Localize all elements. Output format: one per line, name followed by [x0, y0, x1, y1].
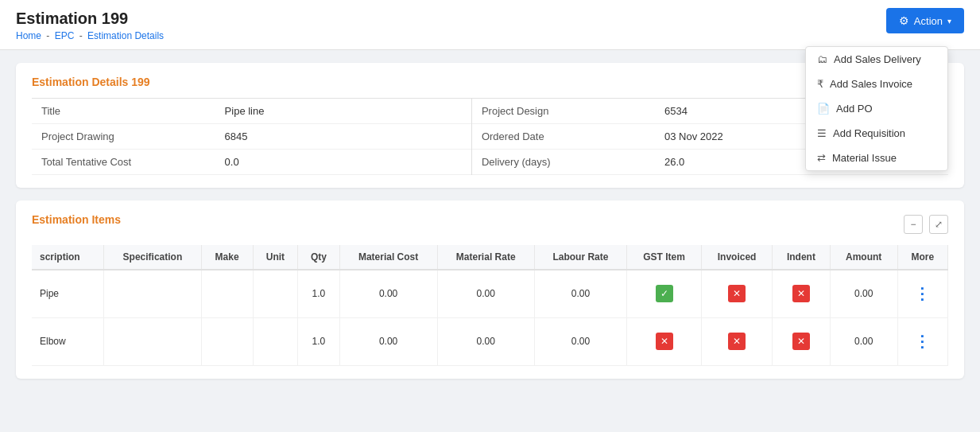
cell-material-cost-pipe: 0.00 — [339, 270, 437, 317]
action-button[interactable]: ⚙ Action ▾ — [886, 8, 964, 33]
cell-make-elbow — [201, 317, 253, 365]
cell-amount-elbow: 0.00 — [830, 317, 897, 365]
po-icon: 📄 — [817, 103, 830, 115]
label-ordered-date: Ordered Date — [471, 124, 655, 150]
minimize-button[interactable]: − — [904, 215, 923, 234]
menu-label-add-sales-delivery: Add Sales Delivery — [834, 53, 921, 65]
breadcrumb-epc[interactable]: EPC — [55, 30, 75, 41]
cell-invoiced-pipe[interactable]: ✕ — [702, 270, 773, 317]
cell-more-pipe[interactable]: ⋮ — [897, 270, 948, 317]
indent-badge-red-pipe[interactable]: ✕ — [792, 285, 810, 302]
section-actions: − ⤢ — [904, 215, 948, 234]
menu-label-add-sales-invoice: Add Sales Invoice — [830, 78, 912, 90]
invoiced-badge-red-elbow[interactable]: ✕ — [728, 333, 746, 350]
col-labour-rate: Labour Rate — [534, 245, 626, 270]
breadcrumb-estimation-details[interactable]: Estimation Details — [87, 30, 164, 41]
col-amount: Amount — [830, 245, 897, 270]
table-row: Elbow 1.0 0.00 0.00 0.00 ✕ ✕ ✕ — [32, 317, 948, 365]
page-header: Estimation 199 Home - EPC - Estimation D… — [16, 8, 164, 41]
action-dropdown: 🗂 Add Sales Delivery ₹ Add Sales Invoice… — [805, 46, 948, 171]
col-specification: Specification — [104, 245, 201, 270]
top-bar: Estimation 199 Home - EPC - Estimation D… — [0, 0, 980, 50]
menu-label-add-requisition: Add Requisition — [833, 127, 905, 139]
col-invoiced: Invoiced — [702, 245, 773, 270]
value-total-cost: 0.0 — [215, 150, 472, 175]
col-gst-item: GST Item — [627, 245, 702, 270]
invoiced-badge-red-pipe[interactable]: ✕ — [728, 285, 746, 302]
menu-label-add-po: Add PO — [836, 103, 873, 115]
col-make: Make — [201, 245, 253, 270]
menu-item-material-issue[interactable]: ⇄ Material Issue — [806, 146, 947, 170]
table-row: Pipe 1.0 0.00 0.00 0.00 ✓ ✕ ✕ — [32, 270, 948, 317]
label-project-drawing: Project Drawing — [32, 124, 215, 150]
cell-labour-rate-elbow: 0.00 — [534, 317, 626, 365]
cell-labour-rate-pipe: 0.00 — [534, 270, 626, 317]
requisition-icon: ☰ — [817, 127, 827, 139]
more-dots-icon-elbow[interactable]: ⋮ — [914, 333, 931, 350]
menu-item-add-po[interactable]: 📄 Add PO — [806, 96, 947, 121]
cell-make-pipe — [201, 270, 253, 317]
label-total-cost: Total Tentative Cost — [32, 150, 215, 175]
cell-indent-elbow[interactable]: ✕ — [773, 317, 831, 365]
estimation-items-title: Estimation Items — [32, 213, 121, 226]
page-title: Estimation 199 — [16, 8, 164, 29]
menu-label-material-issue: Material Issue — [832, 152, 897, 164]
col-material-rate: Material Rate — [437, 245, 534, 270]
cell-qty-pipe: 1.0 — [298, 270, 339, 317]
section-header: Estimation Items − ⤢ — [32, 213, 948, 235]
cell-qty-elbow: 1.0 — [298, 317, 339, 365]
cell-material-rate-pipe: 0.00 — [437, 270, 534, 317]
label-project-design: Project Design — [471, 99, 655, 124]
cell-amount-pipe: 0.00 — [830, 270, 897, 317]
menu-item-add-requisition[interactable]: ☰ Add Requisition — [806, 121, 947, 146]
items-table: scription Specification Make Unit Qty Ma… — [32, 245, 948, 366]
action-button-label: Action — [914, 15, 943, 27]
chevron-down-icon: ▾ — [947, 17, 951, 25]
table-header-row: scription Specification Make Unit Qty Ma… — [32, 245, 948, 270]
cell-indent-pipe[interactable]: ✕ — [773, 270, 831, 317]
expand-icon: ⤢ — [935, 219, 943, 230]
col-material-cost: Material Cost — [339, 245, 437, 270]
cell-description-elbow: Elbow — [32, 317, 104, 365]
cell-unit-pipe — [253, 270, 298, 317]
cell-material-cost-elbow: 0.00 — [339, 317, 437, 365]
col-description: scription — [32, 245, 104, 270]
gst-badge-green[interactable]: ✓ — [656, 285, 673, 302]
estimation-items-card: Estimation Items − ⤢ scription Specifica… — [16, 200, 964, 379]
col-more: More — [897, 245, 948, 270]
col-unit: Unit — [253, 245, 298, 270]
gst-badge-red-elbow[interactable]: ✕ — [656, 333, 673, 350]
label-title: Title — [32, 99, 215, 124]
cell-unit-elbow — [253, 317, 298, 365]
cell-specification-pipe — [104, 270, 201, 317]
col-indent: Indent — [773, 245, 831, 270]
cell-invoiced-elbow[interactable]: ✕ — [702, 317, 773, 365]
label-delivery-days: Delivery (days) — [471, 150, 655, 175]
value-project-drawing: 6845 — [215, 124, 472, 150]
action-area: ⚙ Action ▾ 🗂 Add Sales Delivery ₹ Add Sa… — [886, 8, 964, 33]
gear-icon: ⚙ — [899, 14, 909, 27]
cell-description-pipe: Pipe — [32, 270, 104, 317]
col-qty: Qty — [298, 245, 339, 270]
cell-more-elbow[interactable]: ⋮ — [897, 317, 948, 365]
menu-item-add-sales-invoice[interactable]: ₹ Add Sales Invoice — [806, 72, 947, 96]
sales-invoice-icon: ₹ — [817, 78, 823, 90]
value-title: Pipe line — [215, 99, 472, 124]
cell-specification-elbow — [104, 317, 201, 365]
cell-gst-item-elbow[interactable]: ✕ — [627, 317, 702, 365]
minimize-icon: − — [910, 219, 916, 230]
breadcrumb-home[interactable]: Home — [16, 30, 41, 41]
expand-button[interactable]: ⤢ — [929, 215, 948, 234]
sales-delivery-icon: 🗂 — [817, 53, 827, 65]
menu-item-add-sales-delivery[interactable]: 🗂 Add Sales Delivery — [806, 47, 947, 72]
breadcrumb: Home - EPC - Estimation Details — [16, 30, 164, 41]
indent-badge-red-elbow[interactable]: ✕ — [792, 333, 810, 350]
more-dots-icon-pipe[interactable]: ⋮ — [914, 285, 931, 302]
cell-material-rate-elbow: 0.00 — [437, 317, 534, 365]
material-issue-icon: ⇄ — [817, 152, 826, 164]
cell-gst-item-pipe[interactable]: ✓ — [627, 270, 702, 317]
